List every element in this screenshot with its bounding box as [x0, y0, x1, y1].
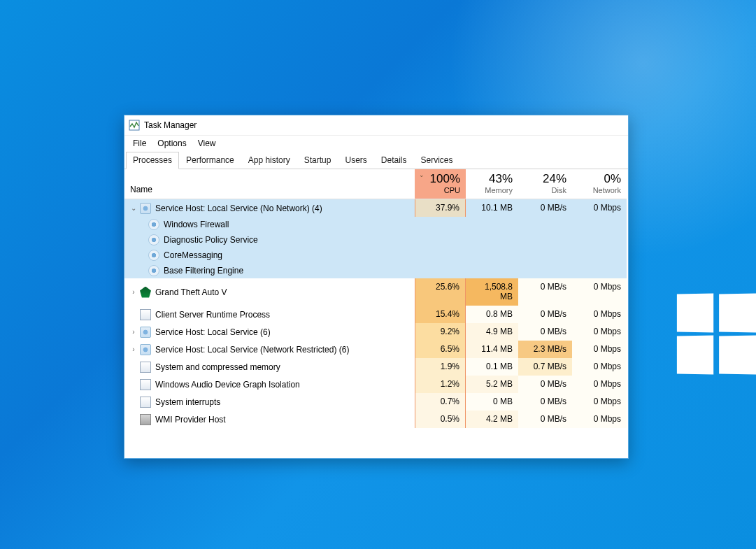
service-name: Base Filtering Engine: [164, 266, 243, 276]
child-service-row[interactable]: CoreMessaging: [124, 248, 627, 263]
child-service-row[interactable]: Diagnostic Policy Service: [124, 232, 627, 248]
process-name: WMI Provider Host: [155, 415, 226, 425]
tab-processes[interactable]: Processes: [126, 152, 179, 169]
memory-cell: 11.4 MB: [466, 341, 518, 358]
table-row[interactable]: › Service Host: Local Service (6): [124, 323, 415, 341]
cpu-cell: 15.4%: [415, 306, 466, 323]
process-name: Service Host: Local Service (Network Res…: [155, 345, 349, 355]
network-cell: 0 Mbps: [572, 358, 627, 376]
service-name: CoreMessaging: [164, 250, 222, 260]
tab-details[interactable]: Details: [374, 152, 414, 169]
cpu-cell: 37.9%: [415, 199, 466, 217]
cpu-cell: 0.5%: [415, 411, 466, 428]
table-row[interactable]: WMI Provider Host: [124, 411, 415, 428]
chevron-down-icon[interactable]: ⌄: [129, 204, 138, 212]
task-manager-icon: [129, 120, 140, 131]
process-icon: [140, 309, 151, 320]
menu-options[interactable]: Options: [152, 137, 192, 150]
window-title: Task Manager: [144, 120, 197, 130]
service-icon: [140, 203, 151, 214]
disk-cell: 0 MB/s: [518, 306, 572, 323]
network-cell: 0 Mbps: [572, 411, 627, 428]
process-icon: [140, 414, 151, 425]
menubar: File Options View: [124, 136, 628, 151]
table-row[interactable]: Windows Audio Device Graph Isolation: [124, 376, 415, 393]
process-name: Service Host: Local Service (No Network)…: [155, 204, 322, 213]
memory-cell: 1,508.8 MB: [466, 278, 518, 306]
process-icon: [140, 379, 151, 390]
gtav-icon: [140, 287, 151, 298]
memory-label: Memory: [471, 186, 513, 194]
tab-startup[interactable]: Startup: [297, 152, 338, 169]
tabbar: Processes Performance App history Startu…: [124, 151, 628, 169]
service-icon: [140, 327, 151, 338]
disk-cell: 2.3 MB/s: [518, 341, 572, 358]
column-header-network[interactable]: 0% Network: [572, 169, 627, 199]
process-name: Client Server Runtime Process: [155, 310, 270, 320]
service-icon: [140, 344, 151, 355]
disk-total: 24%: [543, 172, 566, 185]
memory-cell: 0.1 MB: [466, 358, 518, 376]
network-cell: 0 Mbps: [572, 376, 627, 393]
process-name: System and compressed memory: [155, 362, 280, 372]
disk-cell: 0 MB/s: [518, 393, 572, 411]
table-row[interactable]: › Service Host: Local Service (Network R…: [124, 341, 415, 358]
menu-view[interactable]: View: [192, 137, 222, 150]
network-cell: 0 Mbps: [572, 393, 627, 411]
sort-indicator-icon: ⌄: [419, 171, 425, 178]
titlebar[interactable]: Task Manager: [124, 115, 628, 136]
chevron-right-icon[interactable]: ›: [129, 345, 138, 353]
memory-total: 43%: [489, 172, 513, 185]
service-child-icon: [148, 265, 159, 276]
disk-cell: 0 MB/s: [518, 199, 572, 217]
process-name: Windows Audio Device Graph Isolation: [155, 380, 300, 390]
process-icon: [140, 362, 151, 373]
table-row[interactable]: › Grand Theft Auto V: [124, 278, 415, 306]
disk-cell: 0 MB/s: [518, 376, 572, 393]
chevron-right-icon[interactable]: ›: [129, 288, 138, 296]
task-manager-window: Task Manager File Options View Processes…: [124, 115, 629, 459]
tab-app-history[interactable]: App history: [241, 152, 297, 169]
tab-services[interactable]: Services: [414, 152, 460, 169]
table-row[interactable]: ⌄ Service Host: Local Service (No Networ…: [124, 199, 415, 217]
column-header-name[interactable]: Name: [124, 169, 415, 199]
disk-cell: 0.7 MB/s: [518, 358, 572, 376]
cpu-cell: 9.2%: [415, 323, 466, 341]
service-child-icon: [148, 250, 159, 261]
network-total: 0%: [604, 172, 621, 185]
tab-users[interactable]: Users: [338, 152, 373, 169]
network-cell: 0 Mbps: [572, 341, 627, 358]
service-child-icon: [148, 219, 159, 230]
disk-label: Disk: [524, 186, 566, 194]
menu-file[interactable]: File: [127, 137, 152, 150]
network-cell: 0 Mbps: [572, 278, 627, 306]
memory-cell: 10.1 MB: [466, 199, 518, 217]
memory-cell: 4.9 MB: [466, 323, 518, 341]
cpu-label: CPU: [420, 186, 460, 194]
network-cell: 0 Mbps: [572, 306, 627, 323]
service-child-icon: [148, 234, 159, 245]
chevron-right-icon[interactable]: ›: [129, 328, 138, 336]
process-name: System interrupts: [155, 397, 220, 407]
network-cell: 0 Mbps: [572, 323, 627, 341]
process-name: Service Host: Local Service (6): [155, 327, 271, 337]
tab-performance[interactable]: Performance: [179, 152, 241, 169]
column-header-cpu[interactable]: ⌄ 100% CPU: [415, 169, 466, 199]
process-name: Grand Theft Auto V: [155, 287, 227, 297]
network-cell: 0 Mbps: [572, 199, 627, 217]
table-row[interactable]: System interrupts: [124, 393, 415, 411]
table-row[interactable]: System and compressed memory: [124, 358, 415, 376]
disk-cell: 0 MB/s: [518, 278, 572, 306]
service-name: Windows Firewall: [164, 220, 229, 229]
memory-cell: 0.8 MB: [466, 306, 518, 323]
cpu-cell: 1.9%: [415, 358, 466, 376]
column-header-disk[interactable]: 24% Disk: [518, 169, 572, 199]
column-header-memory[interactable]: 43% Memory: [466, 169, 518, 199]
child-service-row[interactable]: Base Filtering Engine: [124, 263, 627, 278]
cpu-cell: 0.7%: [415, 393, 466, 411]
memory-cell: 0 MB: [466, 393, 518, 411]
table-row[interactable]: Client Server Runtime Process: [124, 306, 415, 323]
child-service-row[interactable]: Windows Firewall: [124, 217, 627, 232]
process-icon: [140, 397, 151, 408]
network-label: Network: [578, 186, 621, 194]
